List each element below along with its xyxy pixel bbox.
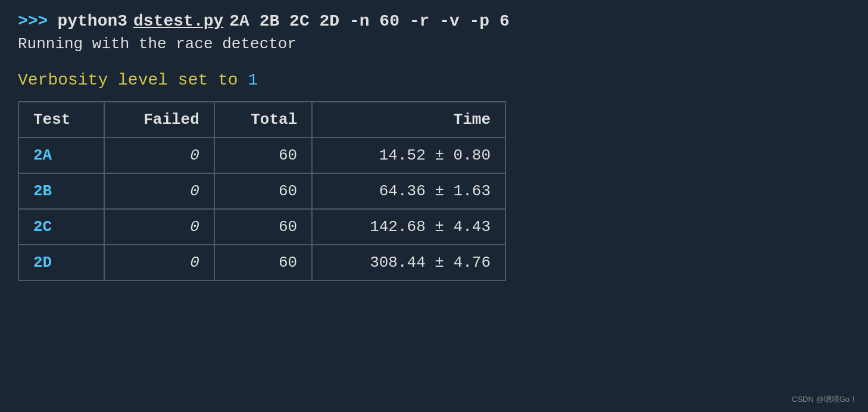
results-table: Test Failed Total Time 2A06014.52 ± 0.80…	[18, 101, 506, 281]
command-line: >>> python3 dstest.py 2A 2B 2C 2D -n 60 …	[18, 12, 850, 30]
cell-test: 2D	[18, 245, 104, 280]
cell-time: 308.44 ± 4.76	[312, 245, 505, 280]
verbosity-number: 1	[248, 71, 258, 89]
cell-failed: 0	[104, 245, 214, 280]
col-header-test: Test	[18, 102, 104, 138]
cell-time: 142.68 ± 4.43	[312, 209, 505, 245]
cell-test: 2B	[18, 173, 104, 209]
cell-test: 2A	[18, 138, 104, 173]
cmd-args: 2A 2B 2C 2D -n 60 -r -v -p 6	[229, 12, 509, 30]
cell-time: 64.36 ± 1.63	[312, 173, 505, 209]
table-row: 2D060308.44 ± 4.76	[18, 245, 505, 280]
cell-total: 60	[214, 245, 312, 280]
prompt-arrow: >>>	[18, 12, 48, 30]
terminal: >>> python3 dstest.py 2A 2B 2C 2D -n 60 …	[0, 0, 868, 412]
cell-test: 2C	[18, 209, 104, 245]
col-header-time: Time	[312, 102, 505, 138]
table-row: 2A06014.52 ± 0.80	[18, 138, 505, 173]
table-header-row: Test Failed Total Time	[18, 102, 505, 138]
cmd-interpreter: python3	[57, 12, 127, 30]
watermark: CSDN @嗯喂Go！	[792, 394, 857, 405]
cell-total: 60	[214, 173, 312, 209]
col-header-total: Total	[214, 102, 312, 138]
col-header-failed: Failed	[104, 102, 214, 138]
cell-failed: 0	[104, 138, 214, 173]
cell-total: 60	[214, 138, 312, 173]
cell-total: 60	[214, 209, 312, 245]
verbosity-prefix: Verbosity level set to	[18, 71, 238, 89]
cell-time: 14.52 ± 0.80	[312, 138, 505, 173]
cmd-file: dstest.py	[133, 12, 223, 30]
cell-failed: 0	[104, 209, 214, 245]
cell-failed: 0	[104, 173, 214, 209]
verbosity-line: Verbosity level set to 1	[18, 71, 850, 89]
table-row: 2C060142.68 ± 4.43	[18, 209, 505, 245]
table-row: 2B06064.36 ± 1.63	[18, 173, 505, 209]
running-message: Running with the race detector	[18, 35, 850, 53]
